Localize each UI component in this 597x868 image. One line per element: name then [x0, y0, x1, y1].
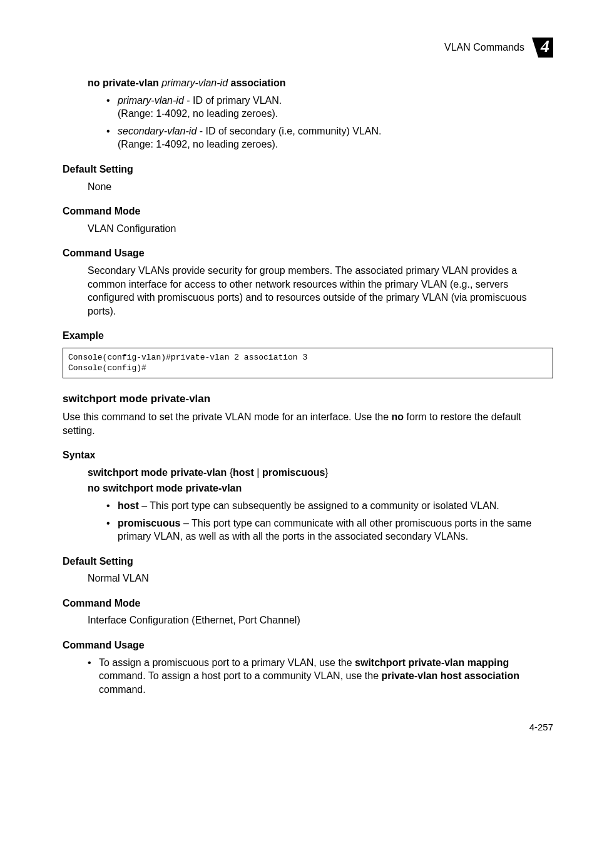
header-title: VLAN Commands: [444, 41, 524, 54]
page-header: VLAN Commands 4: [63, 38, 553, 58]
command-mode-heading: Command Mode: [63, 597, 553, 610]
syntax-param: primary-vlan-id: [161, 78, 228, 88]
option-list: host – This port type can subsequently b…: [106, 499, 553, 543]
syntax-no-switchport-mode: no switchport mode private-vlan: [88, 482, 553, 495]
option-desc: – This port type can subsequently be ass…: [139, 500, 499, 511]
param-list: primary-vlan-id - ID of primary VLAN. (R…: [106, 94, 553, 151]
usage-cmd2: private-vlan host association: [381, 670, 519, 681]
syntax-host: host: [233, 467, 254, 478]
param-name: secondary-vlan-id: [118, 126, 196, 136]
intro-no-keyword: no: [392, 411, 404, 422]
param-name: primary-vlan-id: [118, 95, 184, 106]
usage-bullet-list: To assign a promiscuous port to a primar…: [88, 656, 553, 697]
param-range: (Range: 1-4092, no leading zeroes).: [118, 139, 278, 149]
usage-bullet: To assign a promiscuous port to a primar…: [88, 656, 553, 697]
default-setting-heading: Default Setting: [63, 555, 553, 568]
command-usage-heading: Command Usage: [63, 638, 553, 652]
intro-pre: Use this command to set the private VLAN…: [63, 411, 392, 422]
syntax-prefix: no private-vlan: [88, 78, 161, 88]
syntax-switchport-mode: switchport mode private-vlan {host | pro…: [88, 466, 553, 480]
param-secondary-vlan-id: secondary-vlan-id - ID of secondary (i.e…: [106, 124, 553, 151]
option-host: host – This port type can subsequently b…: [106, 499, 553, 513]
usage-pre: To assign a promiscuous port to a primar…: [99, 657, 355, 668]
option-promiscuous: promiscuous – This port type can communi…: [106, 517, 553, 543]
page-number: 4-257: [63, 721, 553, 734]
option-name: promiscuous: [118, 518, 180, 528]
syntax-promiscuous: promiscuous: [262, 467, 325, 478]
brace-close: }: [325, 467, 328, 478]
syntax-cmd: switchport mode private-vlan: [88, 467, 230, 478]
param-desc: - ID of primary VLAN.: [184, 95, 282, 106]
option-name: host: [118, 500, 139, 511]
usage-post: command.: [99, 684, 146, 695]
command-mode-value: Interface Configuration (Ethernet, Port …: [88, 613, 553, 627]
default-setting-value: None: [88, 180, 553, 194]
default-setting-heading: Default Setting: [63, 163, 553, 176]
command-mode-value: VLAN Configuration: [88, 222, 553, 236]
param-primary-vlan-id: primary-vlan-id - ID of primary VLAN. (R…: [106, 94, 553, 121]
example-code-block: Console(config-vlan)#private-vlan 2 asso…: [63, 348, 553, 378]
section-intro: Use this command to set the private VLAN…: [63, 410, 553, 437]
command-usage-text: Secondary VLANs provide security for gro…: [88, 264, 553, 318]
usage-mid: command. To assign a host port to a comm…: [99, 670, 381, 681]
usage-cmd1: switchport private-vlan mapping: [355, 657, 509, 668]
syntax-pipe: |: [254, 467, 262, 478]
syntax-suffix: association: [228, 78, 285, 88]
param-desc: - ID of secondary (i.e, community) VLAN.: [196, 126, 381, 136]
command-usage-heading: Command Usage: [63, 246, 553, 260]
chapter-number-badge: 4: [532, 38, 553, 58]
param-range: (Range: 1-4092, no leading zeroes).: [118, 108, 278, 119]
example-heading: Example: [63, 329, 553, 343]
default-setting-value: Normal VLAN: [88, 572, 553, 585]
option-desc: – This port type can communicate with al…: [118, 518, 531, 542]
command-mode-heading: Command Mode: [63, 204, 553, 218]
section-title-switchport-mode: switchport mode private-vlan: [63, 392, 553, 406]
syntax-no-private-vlan: no private-vlan primary-vlan-id associat…: [88, 76, 553, 90]
syntax-heading: Syntax: [63, 448, 553, 462]
